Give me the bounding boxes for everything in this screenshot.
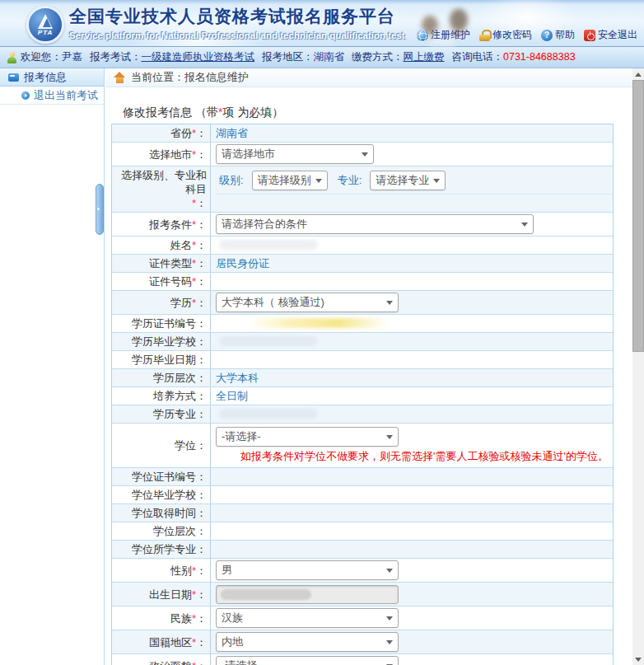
education-select[interactable]: 大学本科（ 核验通过) <box>216 293 399 312</box>
form-row-birth-date: 出生日期*： <box>112 583 613 606</box>
level-select[interactable]: 请选择级别 <box>252 171 328 190</box>
nationality-select[interactable]: 内地 <box>216 632 399 652</box>
register-maintain-link[interactable]: 注册维护 <box>417 28 470 42</box>
site-subtitle: Service platform for National Profession… <box>69 30 405 40</box>
phone-info: 咨询电话：0731-84688383 <box>452 50 576 64</box>
scroll-up-arrow-icon[interactable] <box>632 68 644 80</box>
question-icon: ? <box>541 30 553 41</box>
form-row-edu-mode: 培养方式：全日制 <box>112 387 613 405</box>
safe-logout-link[interactable]: 安全退出 <box>584 28 637 42</box>
field-value-political: -请选择- <box>211 654 613 665</box>
scroll-down-arrow-icon[interactable] <box>632 653 644 665</box>
scrollbar-thumb[interactable] <box>632 80 644 352</box>
required-asterisk: * <box>192 218 196 232</box>
select-value: 大学本科（ 核验通过) <box>222 296 324 308</box>
payment-method-link[interactable]: 网上缴费 <box>404 51 445 63</box>
field-value-deg-school <box>211 486 613 503</box>
field-label-deg-school: 学位毕业学校： <box>112 486 211 503</box>
field-label-edu-major: 学历专业： <box>112 405 211 423</box>
gender-select[interactable]: 男 <box>216 560 399 580</box>
redaction-smudge <box>248 318 388 328</box>
select-value: 男 <box>222 564 232 576</box>
field-value-level-major: 级别:请选择级别专业:请选择专业 <box>211 166 613 212</box>
sidebar-header-registration-info[interactable]: 报考信息 <box>0 68 104 87</box>
exam-name-link[interactable]: 一级建造师执业资格考试 <box>142 51 255 63</box>
vertical-scrollbar[interactable] <box>632 68 644 665</box>
help-label: 帮助 <box>555 28 575 42</box>
required-asterisk: * <box>192 196 196 210</box>
degree-note: 如报考条件对学位不做要求，则无需选择'需要人工核验或核验未通过'的学位。 <box>216 447 613 467</box>
city-select[interactable]: 请选择地市 <box>216 144 374 164</box>
field-value-condition: 请选择符合的条件 <box>211 213 613 236</box>
field-label-id-number: 证件号码*： <box>112 273 211 290</box>
field-label-edu-school: 学历毕业学校： <box>112 333 211 350</box>
field-label-name: 姓名*： <box>112 236 211 254</box>
field-value-birth-date <box>211 583 613 606</box>
help-link[interactable]: ? 帮助 <box>541 28 575 42</box>
field-label-education: 学历*： <box>112 291 211 314</box>
field-value-name <box>211 236 613 254</box>
field-label-condition: 报考条件*： <box>112 213 211 236</box>
field-label-level-major: 选择级别、专业和科目*： <box>112 166 211 212</box>
field-value-edu-level: 大学本科 <box>211 369 613 386</box>
form-row-id-type: 证件类型*：居民身份证 <box>112 255 613 273</box>
major-select[interactable]: 请选择专业 <box>370 171 446 190</box>
field-label-text: 学位 <box>175 438 196 452</box>
field-label-text: 证件类型 <box>149 256 192 270</box>
change-password-label: 修改密码 <box>492 28 532 42</box>
power-icon <box>584 30 595 41</box>
field-label-text: 学位取得时间 <box>132 506 196 520</box>
degree-select-line: -请选择- <box>216 424 613 447</box>
field-text-value: 湖南省 <box>216 126 248 141</box>
select-value: 内地 <box>222 635 243 648</box>
field-label-degree: 学位： <box>112 424 211 467</box>
condition-select[interactable]: 请选择符合的条件 <box>216 214 534 234</box>
welcome-greeting: 欢迎您：尹嘉 <box>21 50 82 64</box>
ethnicity-select[interactable]: 汉族 <box>216 608 399 628</box>
political-select[interactable]: -请选择- <box>216 656 399 665</box>
site-titles: 全国专业技术人员资格考试报名服务平台 Service platform for … <box>69 5 405 40</box>
field-label-deg-cert-no: 学位证书编号： <box>112 468 211 485</box>
degree-select[interactable]: -请选择- <box>216 427 399 447</box>
inline-field-label: 级别: <box>219 173 244 188</box>
field-label-text: 学历 <box>170 296 192 310</box>
redaction-smudge <box>219 336 318 346</box>
form-row-deg-level: 学位层次： <box>112 522 613 541</box>
required-asterisk: * <box>192 588 196 602</box>
logo-text: PTA <box>29 29 62 36</box>
arrow-bullet-icon <box>21 91 30 100</box>
form-row-nationality: 国籍地区*：内地 <box>112 630 613 654</box>
field-value-edu-major <box>211 405 613 423</box>
field-label-text: 学历层次 <box>153 371 196 385</box>
form-row-name: 姓名*： <box>112 236 613 255</box>
top-header: PTA 全国专业技术人员资格考试报名服务平台 Service platform … <box>0 0 644 47</box>
field-value-deg-major <box>211 541 613 558</box>
globe-icon <box>417 30 428 41</box>
sidebar-item-exit-exam[interactable]: 退出当前考试 <box>0 87 104 105</box>
field-label-text: 姓名 <box>170 238 192 252</box>
level-major-empty-area <box>216 195 613 211</box>
field-label-text: 学历毕业学校 <box>132 335 196 349</box>
redaction-smudge <box>219 409 318 419</box>
field-value-edu-grad-date <box>211 351 613 368</box>
form-row-level-major: 选择级别、专业和科目*：级别:请选择级别专业:请选择专业 <box>112 166 613 213</box>
sidebar-item-label: 退出当前考试 <box>34 88 98 103</box>
field-label-gender: 性别*： <box>112 559 211 582</box>
register-maintain-label: 注册维护 <box>431 28 470 42</box>
pta-logo-icon: PTA <box>26 6 64 44</box>
form-row-city: 选择地市*：请选择地市 <box>112 143 613 166</box>
birth-date-input[interactable] <box>216 585 399 604</box>
folder-window-icon <box>8 73 19 82</box>
field-label-text: 学历专业 <box>153 407 196 421</box>
sidebar-collapse-handle[interactable] <box>96 184 104 235</box>
redaction-smudge <box>219 240 318 250</box>
change-password-link[interactable]: 修改密码 <box>479 28 532 42</box>
field-label-text: 培养方式 <box>153 389 196 403</box>
breadcrumb: 当前位置：报名信息维护 <box>105 68 632 87</box>
form-row-condition: 报考条件*：请选择符合的条件 <box>112 213 613 236</box>
field-label-deg-level: 学位层次： <box>112 522 211 540</box>
form-row-degree: 学位：-请选择-如报考条件对学位不做要求，则无需选择'需要人工核验或核验未通过'… <box>112 424 613 468</box>
field-label-text: 学位所学专业 <box>132 542 196 556</box>
form-title: 修改报考信息 （带*项 为必填） <box>123 105 632 120</box>
field-value-nationality: 内地 <box>211 630 613 653</box>
